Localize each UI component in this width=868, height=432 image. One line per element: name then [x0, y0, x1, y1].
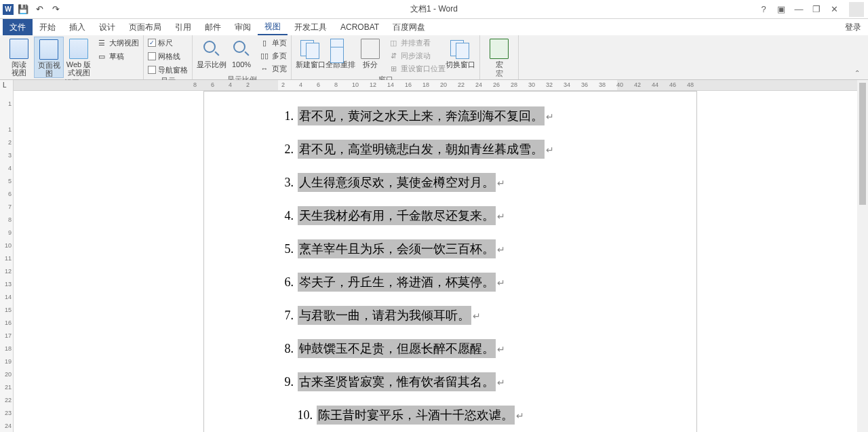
ruler-tick: 34 — [564, 81, 570, 88]
checkbox-checked-icon: ✓ — [148, 39, 156, 47]
tab-review[interactable]: 审阅 — [228, 19, 258, 35]
list-text[interactable]: 君不见，高堂明镜悲白发，朝如青丝暮成雪。 — [298, 140, 545, 159]
ruler-tick: 1 — [8, 126, 12, 133]
reset-position-button: ⊞重设窗口位置 — [388, 62, 446, 75]
list-item[interactable]: 8.钟鼓馔玉不足贵，但愿长醉不愿醒。↵ — [275, 339, 696, 358]
list-item[interactable]: 6.岑夫子，丹丘生，将进酒，杯莫停。↵ — [275, 273, 696, 292]
undo-icon[interactable]: ↶ — [33, 3, 46, 16]
tab-mailings[interactable]: 邮件 — [198, 19, 228, 35]
collapse-ribbon-icon[interactable]: ⌃ — [854, 69, 860, 77]
tab-view[interactable]: 视图 — [258, 19, 288, 35]
list-text[interactable]: 古来圣贤皆寂寞，惟有饮者留其名。 — [298, 372, 496, 391]
restore-icon[interactable]: ❐ — [810, 3, 823, 16]
new-window-button[interactable]: 新建窗口 — [296, 37, 326, 68]
list-item[interactable]: 3.人生得意须尽欢，莫使金樽空对月。↵ — [275, 173, 696, 192]
sign-in-link[interactable]: 登录 — [845, 22, 861, 33]
multi-page-button[interactable]: ▯▯多页 — [259, 50, 287, 62]
split-button[interactable]: 拆分 — [355, 37, 385, 68]
ruler-tick: 18 — [5, 345, 12, 352]
web-layout-button[interactable]: Web 版式视图 — [64, 37, 94, 77]
list-number: 8. — [275, 342, 294, 356]
quick-access-toolbar: W 💾 ↶ ↷ — [0, 3, 65, 16]
list-text[interactable]: 钟鼓馔玉不足贵，但愿长醉不愿醒。 — [298, 339, 496, 358]
list-item[interactable]: 10.陈王昔时宴平乐，斗酒十千恣欢谑。↵ — [284, 406, 696, 425]
scrollbar-thumb[interactable] — [859, 83, 866, 205]
list-number: 3. — [275, 176, 294, 190]
redo-icon[interactable]: ↷ — [49, 3, 62, 16]
ruler-tick: 38 — [599, 81, 606, 88]
group-zoom: 显示比例 100% ▯单页 ▯▯多页 ↔页宽 显示比例 — [193, 35, 292, 79]
vertical-ruler[interactable]: L 11234567891011121314151617181920212223… — [0, 80, 14, 432]
ribbon-options-icon[interactable]: ▣ — [774, 3, 788, 16]
horizontal-ruler[interactable]: 8642246810121416182022242628303234363840… — [14, 80, 868, 91]
ruler-tick: 23 — [5, 410, 12, 416]
list-item[interactable]: 2.君不见，高堂明镜悲白发，朝如青丝暮成雪。↵ — [275, 140, 696, 159]
list-item[interactable]: 7.与君歌一曲，请君为我倾耳听。↵ — [275, 306, 696, 325]
ruler-tick: 24 — [5, 423, 12, 429]
ruler-tick: 2 — [246, 81, 250, 88]
tab-references[interactable]: 引用 — [168, 19, 198, 35]
tab-acrobat[interactable]: ACROBAT — [334, 19, 386, 35]
tab-file[interactable]: 文件 — [3, 19, 33, 35]
tab-design[interactable]: 设计 — [92, 19, 122, 35]
tab-developer[interactable]: 开发工具 — [288, 19, 334, 35]
list-text[interactable]: 陈王昔时宴平乐，斗酒十千恣欢谑。 — [317, 406, 515, 425]
account-avatar[interactable] — [849, 2, 864, 17]
list-item[interactable]: 5.烹羊宰牛且为乐，会须一饮三百杯。↵ — [275, 239, 696, 258]
ruler-tick: 5 — [8, 178, 12, 184]
list-number: 2. — [275, 142, 294, 157]
gridlines-checkbox[interactable]: 网格线 — [148, 50, 180, 62]
tab-insert[interactable]: 插入 — [62, 19, 92, 35]
minimize-icon[interactable]: — — [792, 3, 806, 16]
list-item[interactable]: 4.天生我材必有用，千金散尽还复来。↵ — [275, 206, 696, 225]
macros-button[interactable]: 宏 — [484, 37, 514, 68]
zoom-button[interactable]: 显示比例 — [197, 37, 226, 68]
page-width-button[interactable]: ↔页宽 — [259, 62, 287, 75]
ruler-tick: 14 — [387, 81, 394, 88]
help-icon[interactable]: ? — [757, 3, 770, 16]
list-text[interactable]: 与君歌一曲，请君为我倾耳听。 — [298, 306, 471, 325]
outline-view-button[interactable]: ☰大纲视图 — [96, 37, 139, 49]
ruler-checkbox[interactable]: ✓标尺 — [148, 37, 173, 49]
list-text[interactable]: 烹羊宰牛且为乐，会须一饮三百杯。 — [298, 239, 496, 258]
paragraph-mark-icon: ↵ — [497, 244, 505, 255]
list-text[interactable]: 岑夫子，丹丘生，将进酒，杯莫停。 — [298, 273, 496, 292]
arrange-all-button[interactable]: 全部重排 — [326, 37, 355, 68]
list-text[interactable]: 君不见，黄河之水天上来，奔流到海不复回。 — [298, 106, 545, 125]
ruler-tick: 24 — [475, 81, 482, 88]
reading-view-icon — [8, 38, 30, 60]
close-icon[interactable]: ✕ — [827, 3, 841, 16]
ruler-tick: 22 — [458, 81, 465, 88]
list-item[interactable]: 1.君不见，黄河之水天上来，奔流到海不复回。↵ — [275, 106, 696, 125]
reading-view-button[interactable]: 阅读 视图 — [4, 37, 34, 77]
window-controls: ? ▣ — ❐ ✕ — [757, 2, 868, 17]
ruler-tick: 10 — [5, 242, 12, 249]
ribbon-tabs: 文件 开始 插入 设计 页面布局 引用 邮件 审阅 视图 开发工具 ACROBA… — [0, 19, 868, 35]
tab-layout[interactable]: 页面布局 — [122, 19, 168, 35]
nav-pane-checkbox[interactable]: 导航窗格 — [148, 64, 188, 76]
group-macros-label: 宏 — [484, 68, 514, 80]
list-number: 4. — [275, 209, 294, 223]
new-window-icon — [300, 38, 321, 60]
switch-windows-button[interactable]: 切换窗口 — [446, 37, 475, 68]
tab-baidupan[interactable]: 百度网盘 — [386, 19, 432, 35]
one-page-button[interactable]: ▯单页 — [259, 37, 287, 49]
vertical-scrollbar[interactable] — [857, 80, 868, 432]
save-icon[interactable]: 💾 — [16, 3, 30, 16]
magnifier-icon — [201, 38, 222, 60]
checkbox-empty-icon — [148, 66, 156, 74]
side-by-side-icon: ◫ — [388, 38, 399, 47]
ruler-tick: 32 — [546, 81, 553, 88]
word-app-icon[interactable]: W — [3, 4, 14, 15]
list-number: 9. — [275, 375, 294, 389]
zoom-100-button[interactable]: 100% — [226, 37, 256, 68]
tab-home[interactable]: 开始 — [33, 19, 62, 35]
draft-view-button[interactable]: ▭草稿 — [96, 50, 139, 62]
ruler-tick: 4 — [299, 81, 302, 88]
list-text[interactable]: 人生得意须尽欢，莫使金樽空对月。 — [298, 173, 496, 192]
print-layout-button[interactable]: 页面视图 — [34, 37, 64, 78]
list-item[interactable]: 9.古来圣贤皆寂寞，惟有饮者留其名。↵ — [275, 372, 696, 391]
page[interactable]: 1.君不见，黄河之水天上来，奔流到海不复回。↵2.君不见，高堂明镜悲白发，朝如青… — [203, 91, 697, 432]
zoom-100-icon — [231, 38, 252, 60]
list-text[interactable]: 天生我材必有用，千金散尽还复来。 — [298, 206, 496, 225]
